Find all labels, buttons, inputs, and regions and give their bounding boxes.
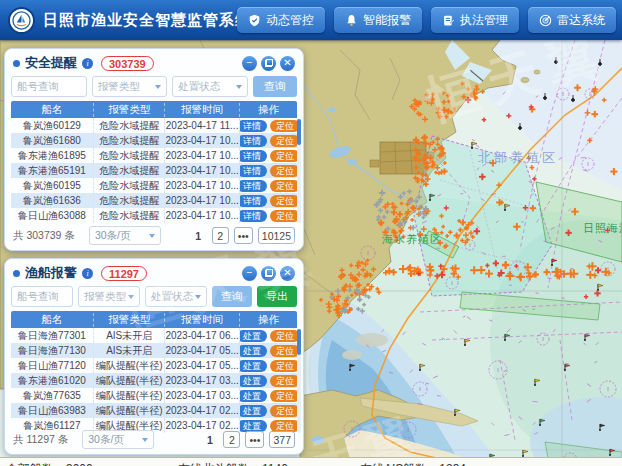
select-value: 30条/页 xyxy=(88,433,124,447)
locate-button[interactable]: 定位 xyxy=(270,375,297,387)
page-2[interactable]: 2 xyxy=(212,227,229,244)
panel-header: 安全提醒 i 303739 − ✕ xyxy=(5,49,303,75)
pagination-footer: 共 11297 条 30条/页 1 2 ••• 377 xyxy=(13,430,295,449)
locate-button[interactable]: 定位 xyxy=(270,150,297,162)
table-body: 鲁日海渔77301AIS未开启2023-04-17 06...处置定位鲁日海渔7… xyxy=(11,328,297,433)
table-row: 鲁岚渔61636危险水域提醒2023-04-17 10...详情定位 xyxy=(11,193,297,208)
cell-ship-name: 鲁日山渔77120 xyxy=(11,358,94,373)
cell-alarm-type: 危险水域提醒 xyxy=(94,193,166,208)
locate-button[interactable]: 定位 xyxy=(270,180,297,192)
ship-search-input[interactable]: 船号查询 xyxy=(11,76,87,97)
cell-alarm-type: 危险水域提醒 xyxy=(94,148,166,163)
map-label-aquaculture: 海水养殖区 xyxy=(382,233,442,245)
status-online-ais: 在线AIS船数：1234 xyxy=(360,461,466,466)
locate-button[interactable]: 定位 xyxy=(270,405,297,417)
alarm-bell-icon xyxy=(345,14,358,27)
restore-icon[interactable] xyxy=(261,266,276,281)
handle-button[interactable]: 处置 xyxy=(240,330,267,342)
locate-button[interactable]: 定位 xyxy=(270,135,297,147)
nav-label: 动态管控 xyxy=(266,12,314,29)
handle-button[interactable]: 处置 xyxy=(240,375,267,387)
page-2[interactable]: 2 xyxy=(223,431,240,448)
cell-alarm-time: 2023-04-17 10... xyxy=(165,148,239,163)
tidal-flat xyxy=(342,350,362,360)
table-row: 鲁岚渔77635编队提醒(半径)2023-04-17 03...处置定位 xyxy=(11,388,297,403)
nav-label: 雷达系统 xyxy=(557,12,605,29)
nav-law-enforcement[interactable]: 执法管理 xyxy=(431,7,519,33)
minimize-icon[interactable]: − xyxy=(242,56,257,71)
restore-icon[interactable] xyxy=(261,56,276,71)
page-size-select[interactable]: 30条/页 xyxy=(82,430,154,449)
page-last[interactable]: 377 xyxy=(269,431,295,448)
minimize-icon[interactable]: − xyxy=(242,266,257,281)
scrollbar-thumb[interactable] xyxy=(297,119,301,145)
table-header: 船名 报警类型 报警时间 操作 xyxy=(11,101,297,118)
cell-alarm-type: 危险水域提醒 xyxy=(94,178,166,193)
detail-button[interactable]: 详情 xyxy=(240,180,267,192)
cell-ship-name: 鲁岚渔60129 xyxy=(11,118,94,133)
close-icon[interactable]: ✕ xyxy=(280,266,295,281)
ship-search-input[interactable]: 船号查询 xyxy=(11,286,73,307)
col-alarm-type: 报警类型 xyxy=(94,103,166,117)
map-label-north-aquaculture: 北部养殖区 xyxy=(478,150,558,165)
cell-ship-name: 鲁日山渔63983 xyxy=(11,403,94,418)
handle-status-select[interactable]: 处置状态 xyxy=(172,76,248,97)
nav-radar-system[interactable]: 雷达系统 xyxy=(528,7,616,33)
page-1[interactable]: 1 xyxy=(190,227,207,244)
handle-button[interactable]: 处置 xyxy=(240,390,267,402)
detail-button[interactable]: 详情 xyxy=(240,150,267,162)
law-clipboard-icon xyxy=(442,14,455,27)
info-icon[interactable]: i xyxy=(82,58,93,69)
scrollbar-thumb[interactable] xyxy=(297,329,301,355)
tidal-flat xyxy=(356,333,388,347)
cell-ship-name: 鲁日山渔63088 xyxy=(11,208,94,223)
locate-button[interactable]: 定位 xyxy=(270,120,297,132)
export-button[interactable]: 导出 xyxy=(257,286,297,307)
page-size-select[interactable]: 30条/页 xyxy=(89,226,161,245)
page-ellipsis[interactable]: ••• xyxy=(234,227,253,244)
cell-alarm-type: 编队提醒(半径) xyxy=(94,403,166,418)
handle-status-select[interactable]: 处置状态 xyxy=(145,286,207,307)
handle-button[interactable]: 处置 xyxy=(240,405,267,417)
alarm-type-select[interactable]: 报警类型 xyxy=(78,286,140,307)
table-row: 鲁岚渔60129危险水域提醒2023-04-17 11...详情定位 xyxy=(11,118,297,133)
handle-button[interactable]: 处置 xyxy=(240,360,267,372)
col-alarm-type: 报警类型 xyxy=(94,313,166,327)
info-icon[interactable]: i xyxy=(82,268,93,279)
col-ship-name: 船名 xyxy=(11,313,94,327)
select-value: 处置状态 xyxy=(151,290,193,304)
detail-button[interactable]: 详情 xyxy=(240,120,267,132)
alarm-table: 船名 报警类型 报警时间 操作 鲁日海渔77301AIS未开启2023-04-1… xyxy=(11,311,297,433)
locate-button[interactable]: 定位 xyxy=(270,345,297,357)
page-last[interactable]: 10125 xyxy=(258,227,295,244)
page-1[interactable]: 1 xyxy=(201,431,218,448)
nav-dynamic-control[interactable]: 动态管控 xyxy=(237,7,325,33)
nav-smart-alarm[interactable]: 智能报警 xyxy=(334,7,422,33)
detail-button[interactable]: 详情 xyxy=(240,135,267,147)
locate-button[interactable]: 定位 xyxy=(270,165,297,177)
query-button[interactable]: 查询 xyxy=(212,286,252,307)
detail-button[interactable]: 详情 xyxy=(240,210,267,222)
close-icon[interactable]: ✕ xyxy=(280,56,295,71)
query-button[interactable]: 查询 xyxy=(253,76,297,97)
cell-alarm-time: 2023-04-17 05... xyxy=(165,343,239,358)
locate-button[interactable]: 定位 xyxy=(270,390,297,402)
locate-button[interactable]: 定位 xyxy=(270,210,297,222)
shield-check-icon xyxy=(248,14,261,27)
handle-button[interactable]: 处置 xyxy=(240,345,267,357)
cell-actions: 详情定位 xyxy=(240,148,297,163)
cell-alarm-time: 2023-04-17 05... xyxy=(165,358,239,373)
cell-alarm-time: 2023-04-17 11... xyxy=(165,118,239,133)
cell-ship-name: 鲁东港渔65191 xyxy=(11,163,94,178)
alarm-type-select[interactable]: 报警类型 xyxy=(92,76,168,97)
app-header: 日照市渔业安全智慧监管系统 动态管控 智能报警 执法管理 雷达系统 xyxy=(0,0,622,40)
cell-alarm-type: 编队提醒(半径) xyxy=(94,373,166,388)
detail-button[interactable]: 详情 xyxy=(240,165,267,177)
cell-alarm-type: 危险水域提醒 xyxy=(94,133,166,148)
table-row: 鲁东港渔61895危险水域提醒2023-04-17 10...详情定位 xyxy=(11,148,297,163)
locate-button[interactable]: 定位 xyxy=(270,195,297,207)
locate-button[interactable]: 定位 xyxy=(270,330,297,342)
locate-button[interactable]: 定位 xyxy=(270,360,297,372)
detail-button[interactable]: 详情 xyxy=(240,195,267,207)
page-ellipsis[interactable]: ••• xyxy=(245,431,264,448)
